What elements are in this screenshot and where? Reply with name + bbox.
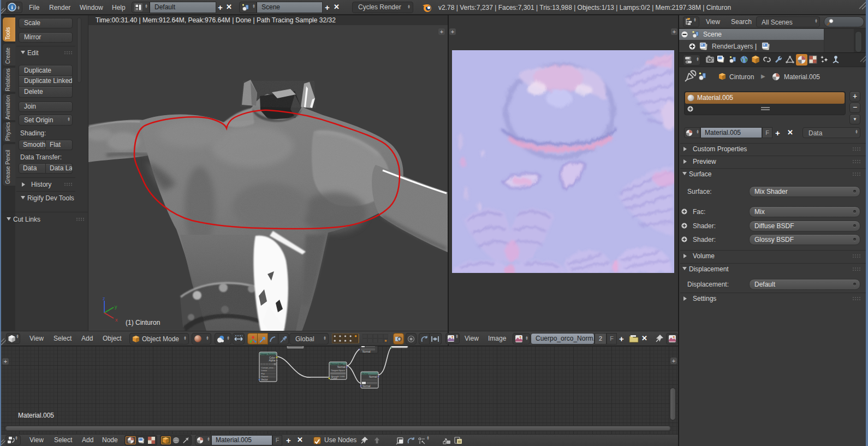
svg-text:Repeat: Repeat: [261, 376, 269, 378]
svg-text:Normal: Normal: [369, 376, 377, 378]
svg-text:z: z: [103, 296, 105, 301]
svg-text:Linear: Linear: [261, 370, 267, 372]
svg-text:Image Texture: Image Texture: [261, 353, 276, 355]
svg-text:Color: Color: [269, 356, 275, 359]
svg-text:Normal: Normal: [362, 350, 371, 353]
svg-text:Normal Map: Normal Map: [331, 362, 343, 365]
svg-text:Bump: Bump: [362, 372, 369, 375]
svg-text:Flat: Flat: [261, 373, 265, 375]
svg-text:Alpha: Alpha: [269, 359, 275, 362]
svg-text:Color: Color: [331, 377, 337, 380]
svg-text:y: y: [115, 304, 117, 310]
svg-text:Cuerpo_orco...: Cuerpo_orco...: [261, 367, 275, 369]
svg-text:Vector: Vector: [261, 378, 268, 381]
svg-text:i: i: [11, 4, 13, 10]
svg-text:x: x: [115, 317, 118, 323]
svg-text:Normal: Normal: [337, 366, 346, 368]
svg-text:Normal: Normal: [362, 385, 371, 388]
svg-text:Tangent Space: Tangent Space: [331, 370, 345, 372]
